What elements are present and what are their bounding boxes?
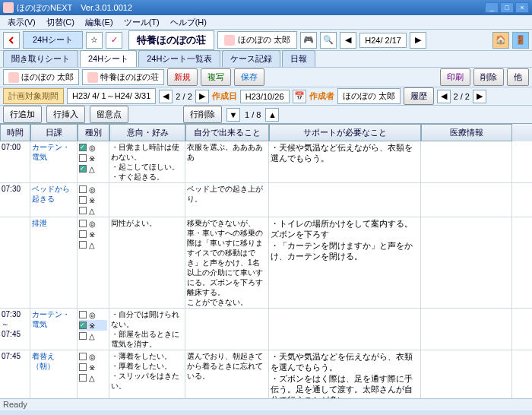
type-checkbox[interactable] [79, 374, 87, 382]
cell-daily[interactable]: 着替え（朝） [30, 350, 78, 398]
cell-self[interactable]: 選んでおり、朝起きてから着るときに忘れている。 [185, 350, 269, 398]
save-button[interactable]: 保存 [234, 68, 264, 86]
insert-row-button[interactable]: 行挿入 [46, 106, 85, 123]
cell-daily[interactable]: カーテン・電気 [30, 141, 78, 182]
cell-time[interactable]: 07:00 [0, 141, 30, 182]
user-box[interactable]: ほのぼの 太郎 [217, 31, 297, 49]
cell-med[interactable] [421, 183, 512, 217]
type-checkbox[interactable] [79, 353, 87, 360]
delete-row-button[interactable]: 行削除 [183, 106, 222, 123]
menu-tools[interactable]: ツール(T) [119, 15, 164, 30]
cell-pref[interactable]: 同性がよい。 [109, 217, 185, 308]
table-row[interactable]: 07:30 ～ 07:45カーテン・電気◎※△・自分では開けられない。 ・部屋を… [0, 309, 532, 350]
tab-case[interactable]: ケース記録 [222, 50, 280, 67]
cell-self[interactable] [185, 309, 269, 350]
type-checkbox[interactable] [79, 363, 87, 371]
type-checkbox[interactable] [79, 207, 87, 214]
menu-view[interactable]: 表示(V) [3, 15, 40, 30]
plan-period[interactable]: H23/ 4/ 1～H24/ 3/31 [67, 88, 156, 104]
tab-daily[interactable]: 日報 [282, 50, 315, 67]
calendar-button[interactable]: 📅 [293, 90, 306, 103]
header-support[interactable]: サポートが必要なこと [269, 124, 421, 141]
cell-med[interactable] [421, 350, 512, 398]
creator-name[interactable]: ほのぼの 太郎 [337, 88, 401, 104]
cell-pref[interactable]: ・目覚まし時計は使わない。 ・起こしてほしい。 ・すぐ起きる。 [109, 141, 185, 182]
row-page-down[interactable]: ▼ [226, 108, 240, 122]
home-button[interactable]: 🏠 [492, 32, 509, 49]
table-row[interactable]: 07:00カーテン・電気◎※△・目覚まし時計は使わない。 ・起こしてほしい。 ・… [0, 141, 532, 183]
type-checkbox[interactable] [79, 322, 87, 329]
cell-support[interactable]: ・天気や気温などを伝えながら、衣類を選んでもらう。 ・ズボンをはく際は、足を通す… [269, 350, 421, 398]
cell-med[interactable] [421, 217, 512, 308]
type-checkbox[interactable] [79, 154, 87, 162]
type-checkbox[interactable] [79, 220, 87, 227]
nav-back-button[interactable] [3, 32, 20, 49]
type-checkbox[interactable] [79, 144, 87, 151]
favorite-button[interactable]: ☆ [86, 32, 103, 49]
type-checkbox[interactable] [79, 332, 87, 340]
type-checkbox[interactable] [79, 185, 87, 193]
maximize-button[interactable]: □ [500, 2, 514, 13]
menu-edit[interactable]: 編集(E) [81, 15, 118, 30]
copy-button[interactable]: 複写 [201, 68, 231, 86]
header-daily[interactable]: 日課 [30, 124, 78, 141]
exit-button[interactable]: 🚪 [512, 32, 529, 49]
cell-support[interactable] [269, 183, 421, 217]
cell-self[interactable]: 衣服を選ぶ。あああああ [185, 141, 269, 182]
hist-prev[interactable]: ◀ [437, 90, 451, 103]
tab-24h-list[interactable]: 24Hシート一覧表 [138, 50, 220, 67]
table-row[interactable]: 排泄◎※△同性がよい。移乗ができないが、車・車いすへの移乗の際は「車いすに移りま… [0, 217, 532, 309]
cell-support[interactable]: ・天候や気温など伝えながら、衣類を選んでもらう。 [269, 141, 421, 182]
tool-btn-2[interactable]: 🔍 [320, 32, 337, 49]
type-checkbox[interactable] [79, 241, 87, 249]
record-user[interactable]: ほのぼの 太郎 [3, 69, 79, 85]
add-row-button[interactable]: 行追加 [3, 106, 42, 123]
table-row[interactable]: 07:30ベッドから起きる◎※△ベッド上での起き上がり。 [0, 183, 532, 217]
cell-time[interactable]: 07:45 [0, 350, 30, 398]
delete-button[interactable]: 削除 [473, 68, 504, 86]
hist-next[interactable]: ▶ [473, 90, 486, 103]
cell-pref[interactable] [109, 183, 185, 217]
data-grid[interactable]: 時間 日課 種別 意向・好み 自分で出来ること サポートが必要なこと 医療情報 … [0, 123, 532, 398]
header-pref[interactable]: 意向・好み [109, 124, 185, 141]
menu-switch[interactable]: 切替(C) [42, 15, 79, 30]
cell-daily[interactable]: ベッドから起きる [30, 183, 78, 217]
tab-24h[interactable]: 24Hシート [80, 50, 137, 67]
check-button[interactable]: ✓ [106, 32, 122, 49]
cell-time[interactable]: 07:30 ～ 07:45 [0, 309, 30, 350]
other-button[interactable]: 他 [507, 68, 529, 86]
date-prev-button[interactable]: ◀ [340, 32, 356, 49]
tab-hearing[interactable]: 聞き取りシート [3, 50, 78, 67]
history-button[interactable]: 履歴 [404, 87, 434, 105]
cell-support[interactable] [269, 309, 421, 350]
header-med[interactable]: 医療情報 [421, 124, 512, 141]
row-page-up[interactable]: ▲ [265, 108, 279, 122]
cell-pref[interactable]: ・自分では開けられない。 ・部屋を出るときに電気を消す。 [109, 309, 185, 350]
record-facility[interactable]: 特養ほのぼの荘 [82, 69, 164, 85]
note-button[interactable]: 留意点 [90, 106, 128, 123]
minimize-button[interactable]: _ [485, 2, 499, 13]
type-checkbox[interactable] [79, 165, 87, 173]
cell-med[interactable] [421, 309, 512, 350]
print-button[interactable]: 印刷 [440, 68, 470, 86]
date-display[interactable]: H24/ 2/17 [359, 33, 407, 48]
new-button[interactable]: 新規 [167, 68, 198, 86]
tool-btn-1[interactable]: 🎮 [300, 32, 317, 49]
cell-self[interactable]: 移乗ができないが、車・車いすへの移乗の際は「車いすに移りますイスでの移動はでき」… [185, 217, 269, 308]
cell-pref[interactable]: ・薄着をしたい。 ・厚着をしたい。 ・スリッパをはきたい。 [109, 350, 185, 398]
date-next-button[interactable]: ▶ [410, 32, 426, 49]
plan-prev[interactable]: ◀ [159, 90, 173, 103]
type-checkbox[interactable] [79, 230, 87, 238]
header-self[interactable]: 自分で出来ること [185, 124, 269, 141]
close-button[interactable]: × [515, 2, 529, 13]
table-row[interactable]: 07:45着替え（朝）◎※△・薄着をしたい。 ・厚着をしたい。 ・スリッパをはき… [0, 350, 532, 398]
cell-self[interactable]: ベッド上での起き上がり。 [185, 183, 269, 217]
cell-time[interactable]: 07:30 [0, 183, 30, 217]
header-type[interactable]: 種別 [78, 124, 109, 141]
cell-daily[interactable]: カーテン・電気 [30, 309, 78, 350]
cell-med[interactable] [421, 141, 512, 182]
header-time[interactable]: 時間 [0, 124, 30, 141]
cell-time[interactable] [0, 217, 30, 308]
type-checkbox[interactable] [79, 196, 87, 204]
create-date[interactable]: H23/10/26 [240, 90, 290, 103]
